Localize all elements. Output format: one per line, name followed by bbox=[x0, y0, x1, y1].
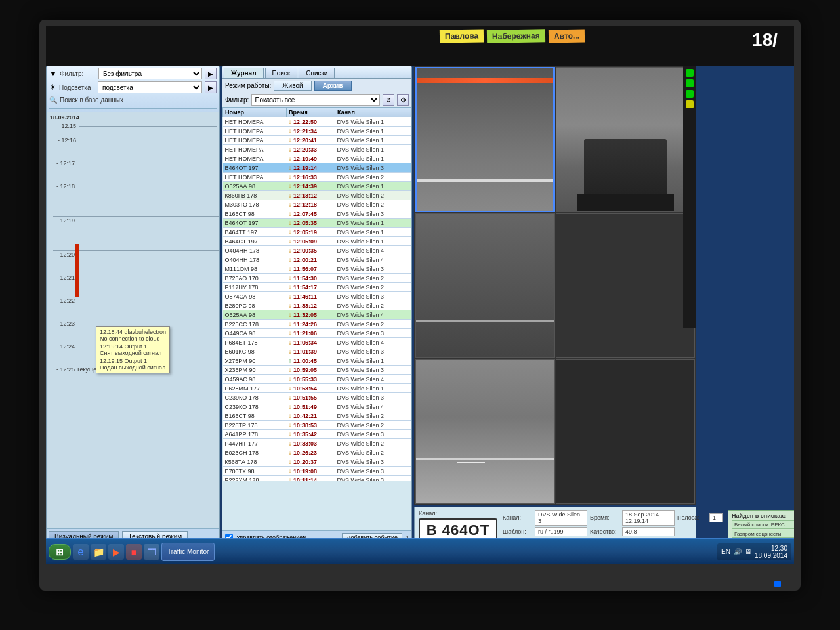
settings-icon[interactable]: ⚙ bbox=[397, 94, 409, 106]
table-row[interactable]: О525АА 98 ↓ 11:32:05 DVS Wide Silen 4 bbox=[223, 310, 411, 320]
room-background bbox=[46, 26, 794, 66]
table-row[interactable]: Р222ХМ 178 ↓ 10:11:14 DVS Wide Silen 3 bbox=[223, 476, 411, 482]
journal-scroll-area[interactable]: Номер Время Канал НЕТ НОМЕРА ↓ 12:22:50 … bbox=[222, 107, 411, 481]
table-row[interactable]: Е700ТХ 98 ↓ 10:19:08 DVS Wide Silen 3 bbox=[223, 467, 411, 476]
table-row[interactable]: С239КО 178 ↓ 10:51:49 DVS Wide Silen 4 bbox=[223, 402, 411, 411]
time-value: 12:13:12 bbox=[293, 192, 317, 199]
camera-6[interactable] bbox=[556, 359, 695, 504]
archive-btn[interactable]: Архив bbox=[314, 81, 352, 91]
table-row[interactable]: М111ОМ 98 ↓ 11:56:07 DVS Wide Silen 3 bbox=[223, 264, 411, 274]
taskbar-ie-icon[interactable]: e bbox=[73, 544, 89, 560]
table-row[interactable]: В166СТ 98 ↓ 12:07:45 DVS Wide Silen 3 bbox=[223, 209, 411, 219]
table-row[interactable]: О449СА 98 ↓ 11:21:06 DVS Wide Silen 3 bbox=[223, 329, 411, 338]
table-row[interactable]: Р684ЕТ 178 ↓ 11:06:34 DVS Wide Silen 4 bbox=[223, 338, 411, 347]
time-cell: ↓ 12:05:19 bbox=[287, 228, 335, 237]
time-cell: ↓ 12:21:34 bbox=[287, 127, 335, 136]
tab-search[interactable]: Поиск bbox=[265, 68, 298, 78]
quality-value: 49.8 bbox=[622, 527, 675, 536]
table-row[interactable]: О404НН 178 ↓ 12:00:35 DVS Wide Silen 4 bbox=[223, 246, 411, 255]
table-row[interactable]: В464ОТ 197 ↓ 12:19:14 DVS Wide Silen 3 bbox=[223, 163, 411, 173]
table-row[interactable]: А641РР 178 ↓ 10:35:42 DVS Wide Silen 3 bbox=[223, 430, 411, 439]
filter-select[interactable]: Без фильтра bbox=[98, 68, 202, 79]
car-body bbox=[584, 139, 667, 196]
table-row[interactable]: К860ГВ 178 ↓ 12:13:12 DVS Wide Silen 2 bbox=[223, 191, 411, 200]
direction-arrow: ↓ bbox=[289, 201, 292, 208]
plate-cell: О874СА 98 bbox=[223, 292, 287, 301]
refresh-icon[interactable]: ↺ bbox=[383, 94, 394, 106]
plate-cell: О525АА 98 bbox=[223, 310, 287, 320]
taskbar-folder-icon[interactable]: 📁 bbox=[91, 544, 106, 560]
camera-4[interactable] bbox=[556, 213, 695, 358]
table-row[interactable]: Р447НТ 177 ↓ 10:33:03 DVS Wide Silen 2 bbox=[223, 439, 411, 448]
table-row[interactable]: О525АА 98 ↓ 12:14:39 DVS Wide Silen 1 bbox=[223, 182, 411, 191]
clock-date: 18.09.2014 bbox=[755, 552, 788, 559]
table-row[interactable]: О874СА 98 ↓ 11:46:11 DVS Wide Silen 3 bbox=[223, 292, 411, 301]
table-row[interactable]: О459АС 98 ↓ 10:55:33 DVS Wide Silen 4 bbox=[223, 375, 411, 384]
template-label: Шаблон: bbox=[503, 528, 532, 535]
table-row[interactable]: В464ТТ 197 ↓ 12:05:19 DVS Wide Silen 1 bbox=[223, 228, 411, 237]
found-item-1: Белый список: РЕКС bbox=[732, 520, 794, 529]
tab-lists[interactable]: Списки bbox=[299, 68, 335, 78]
time-cell: ↓ 11:24:26 bbox=[287, 320, 335, 329]
journal-filter-select[interactable]: Показать все bbox=[251, 94, 380, 106]
search-db-row: 🔍 Поиск в базе данных bbox=[49, 95, 217, 105]
table-row[interactable]: Р628ММ 177 ↓ 10:53:54 DVS Wide Silen 1 bbox=[223, 384, 411, 393]
backlight-apply-btn[interactable]: ▶ bbox=[205, 81, 217, 93]
taskbar-window-icon[interactable]: 🗔 bbox=[144, 544, 159, 560]
table-row[interactable]: Е601КС 98 ↓ 11:01:39 DVS Wide Silen 3 bbox=[223, 347, 411, 356]
table-row[interactable]: Х235РМ 90 ↓ 10:59:05 DVS Wide Silen 3 bbox=[223, 366, 411, 375]
table-row[interactable]: НЕТ НОМЕРА ↓ 12:20:33 DVS Wide Silen 1 bbox=[223, 145, 411, 154]
table-row[interactable]: В228ТР 178 ↓ 10:38:53 DVS Wide Silen 2 bbox=[223, 421, 411, 430]
table-row[interactable]: Р117НУ 178 ↓ 11:54:17 DVS Wide Silen 2 bbox=[223, 283, 411, 292]
time-cell: ↓ 12:20:33 bbox=[287, 145, 335, 154]
monitor-screen: Павлова Набережная Авто... 18/ ▼ Фильтр:… bbox=[46, 26, 794, 564]
plate-cell: В166СТ 98 bbox=[223, 209, 287, 219]
table-row[interactable]: У275РМ 90 ↑ 11:00:45 DVS Wide Silen 1 bbox=[223, 356, 411, 366]
direction-arrow: ↓ bbox=[289, 421, 292, 429]
camera-1[interactable] bbox=[415, 67, 555, 212]
table-row[interactable]: НЕТ НОМЕРА ↓ 12:21:34 DVS Wide Silen 1 bbox=[223, 127, 411, 136]
start-button[interactable]: ⊞ bbox=[49, 544, 71, 560]
table-row[interactable]: НЕТ НОМЕРА ↓ 12:20:41 DVS Wide Silen 1 bbox=[223, 136, 411, 145]
table-row[interactable]: НЕТ НОМЕРА ↓ 12:16:33 DVS Wide Silen 2 bbox=[223, 173, 411, 182]
time-cell: ↓ 12:12:18 bbox=[287, 200, 335, 209]
table-row[interactable]: В225СС 178 ↓ 11:24:26 DVS Wide Silen 2 bbox=[223, 320, 411, 329]
direction-arrow: ↓ bbox=[289, 467, 292, 474]
table-row[interactable]: В723АО 170 ↓ 11:54:30 DVS Wide Silen 2 bbox=[223, 274, 411, 283]
table-row[interactable]: НЕТ НОМЕРА ↓ 12:19:49 DVS Wide Silen 1 bbox=[223, 154, 411, 163]
table-row[interactable]: С239КО 178 ↓ 10:51:55 DVS Wide Silen 3 bbox=[223, 393, 411, 402]
table-row[interactable]: О404НН 178 ↓ 12:00:21 DVS Wide Silen 4 bbox=[223, 255, 411, 264]
taskbar-app-btn[interactable]: Traffic Monitor bbox=[161, 543, 215, 561]
camera-3[interactable] bbox=[415, 213, 555, 358]
table-row[interactable]: В464СТ 197 ↓ 12:05:09 DVS Wide Silen 1 bbox=[223, 237, 411, 246]
channel-cell: DVS Wide Silen 1 bbox=[335, 237, 411, 246]
camera-2[interactable] bbox=[556, 67, 695, 212]
taskbar-red-icon[interactable]: ■ bbox=[126, 544, 142, 560]
table-row[interactable]: В280РС 98 ↓ 11:33:12 DVS Wide Silen 2 bbox=[223, 301, 411, 310]
plate-cell: В228ТР 178 bbox=[223, 421, 287, 430]
direction-arrow: ↓ bbox=[289, 173, 292, 180]
filter-apply-btn[interactable]: ▶ bbox=[205, 68, 217, 79]
backlight-select[interactable]: подсветка bbox=[98, 81, 202, 93]
time-cell: ↓ 11:21:06 bbox=[287, 329, 335, 338]
tab-journal[interactable]: Журнал bbox=[224, 68, 264, 78]
table-row[interactable]: М303ТО 178 ↓ 12:12:18 DVS Wide Silen 2 bbox=[223, 200, 411, 209]
direction-arrow: ↓ bbox=[289, 412, 292, 419]
channel-cell: DVS Wide Silen 2 bbox=[335, 283, 411, 292]
table-row[interactable]: К568ТА 178 ↓ 10:20:37 DVS Wide Silen 3 bbox=[223, 457, 411, 467]
taskbar-media-icon[interactable]: ▶ bbox=[108, 544, 124, 560]
monitor-led bbox=[774, 581, 781, 587]
time-cell: ↓ 11:46:11 bbox=[287, 292, 335, 301]
channel-cell: DVS Wide Silen 2 bbox=[335, 448, 411, 457]
timeline-marker-bar bbox=[75, 244, 79, 297]
volume-icon[interactable]: 🔊 bbox=[734, 548, 742, 555]
table-row[interactable]: В166СТ 98 ↓ 10:42:21 DVS Wide Silen 2 bbox=[223, 411, 411, 421]
channel-cell: DVS Wide Silen 2 bbox=[335, 200, 411, 209]
lane-value: 1 bbox=[709, 513, 723, 522]
camera-5[interactable] bbox=[415, 359, 555, 504]
table-row[interactable]: Е023СН 178 ↓ 10:26:23 DVS Wide Silen 2 bbox=[223, 448, 411, 457]
live-btn[interactable]: Живой bbox=[274, 81, 311, 91]
table-row[interactable]: НЕТ НОМЕРА ↓ 12:22:50 DVS Wide Silen 1 bbox=[223, 117, 411, 127]
time-value: 12:00:21 bbox=[293, 257, 317, 263]
table-row[interactable]: В464ОТ 197 ↓ 12:05:35 DVS Wide Silen 1 bbox=[223, 219, 411, 228]
